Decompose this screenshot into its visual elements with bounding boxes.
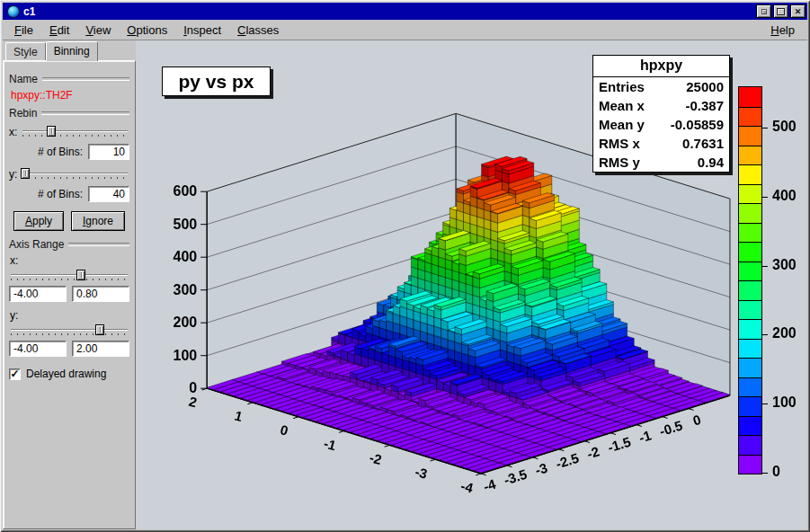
- slider-ticks: [22, 135, 128, 137]
- range-y-label: y:: [10, 309, 129, 322]
- palette-tick: [762, 403, 768, 404]
- palette-tick-label: 0: [772, 464, 780, 480]
- palette-band: [739, 396, 761, 416]
- rebin-y-slider-thumb[interactable]: [21, 168, 30, 179]
- histogram-name: hpxpy::TH2F: [11, 89, 129, 102]
- editor-panel: StyleBinning Name hpxpy::TH2F Rebin x: #…: [3, 40, 136, 529]
- y-min-entry[interactable]: -4.00: [9, 341, 67, 357]
- app-icon[interactable]: [7, 5, 20, 18]
- name-group-label: Name: [9, 73, 129, 85]
- menu-options[interactable]: Options: [119, 21, 175, 40]
- titlebar[interactable]: c1 ✕: [3, 3, 807, 20]
- palette-tick: [762, 128, 768, 129]
- stats-row: Mean y-0.05859: [593, 115, 729, 134]
- y-bins-label: # of Bins:: [38, 188, 83, 200]
- stats-rows: Entries25000Mean x-0.387Mean y-0.05859RM…: [593, 77, 729, 172]
- palette-tick-label: 200: [772, 325, 797, 341]
- palette-tick: [762, 473, 768, 474]
- palette-band: [739, 223, 761, 243]
- slider-ticks: [22, 177, 128, 179]
- stats-row: RMS y0.94: [593, 153, 729, 172]
- color-palette-axis[interactable]: 0100200300400500: [738, 86, 810, 474]
- range-x-label: x:: [10, 254, 129, 267]
- panel-tabs: StyleBinning: [3, 40, 136, 60]
- palette-bands: [738, 86, 762, 474]
- palette-band: [739, 242, 761, 262]
- palette-tick: [762, 266, 768, 267]
- palette-tick: [762, 197, 768, 198]
- menu-view[interactable]: View: [77, 21, 119, 40]
- window-title: c1: [23, 5, 35, 18]
- palette-band: [739, 377, 761, 397]
- palette-band: [739, 107, 761, 127]
- close-icon: ✕: [795, 7, 802, 16]
- menu-inspect[interactable]: Inspect: [175, 21, 229, 40]
- palette-band: [739, 300, 761, 320]
- plot-title-pave[interactable]: py vs px: [162, 66, 271, 96]
- rebin-y-label: y:: [9, 168, 17, 181]
- rebin-group-label: Rebin: [9, 107, 129, 120]
- menu-classes[interactable]: Classes: [229, 21, 287, 40]
- stats-row: Mean x-0.387: [593, 96, 729, 115]
- delayed-drawing-checkbox[interactable]: ✓: [9, 368, 21, 380]
- palette-band: [739, 319, 761, 339]
- range-y-slider[interactable]: [9, 324, 129, 337]
- x-bins-entry[interactable]: 10: [88, 144, 129, 160]
- rebin-y-slider[interactable]: [21, 167, 129, 181]
- close-button[interactable]: ✕: [790, 4, 806, 18]
- stats-row: RMS x0.7631: [593, 134, 729, 153]
- maximize-icon: [777, 8, 785, 15]
- range-x-slider-thumb[interactable]: [76, 270, 85, 280]
- menu-help[interactable]: Help: [761, 21, 804, 40]
- slider-ticks: [11, 279, 128, 280]
- rebin-x-label: x:: [9, 126, 17, 138]
- palette-tick-label: 400: [772, 188, 797, 204]
- iconify-icon: [761, 9, 767, 14]
- menu-items: FileEditViewOptionsInspectClasses: [6, 21, 287, 40]
- palette-band: [739, 262, 761, 281]
- palette-band: [739, 339, 761, 359]
- range-y-slider-thumb[interactable]: [95, 324, 104, 335]
- ignore-button[interactable]: Ignore: [71, 211, 125, 231]
- slider-track: [11, 329, 128, 331]
- stats-box[interactable]: hpxpy Entries25000Mean x-0.387Mean y-0.0…: [592, 55, 730, 173]
- slider-track: [22, 130, 128, 132]
- palette-band: [739, 455, 761, 474]
- maximize-button[interactable]: [773, 4, 788, 18]
- axis-range-group-label: Axis Range: [9, 238, 129, 251]
- palette-tick: [762, 334, 768, 335]
- menubar: FileEditViewOptionsInspectClasses Help: [3, 20, 807, 40]
- stats-row: Entries25000: [593, 77, 729, 96]
- binning-tab-body: Name hpxpy::TH2F Rebin x: # of Bins: 10 …: [3, 60, 136, 529]
- palette-band: [739, 416, 761, 436]
- x-min-entry[interactable]: -4.00: [9, 286, 67, 302]
- palette-band: [739, 126, 761, 146]
- menu-edit[interactable]: Edit: [41, 21, 77, 40]
- y-bins-entry[interactable]: 40: [88, 186, 129, 202]
- palette-tick-label: 100: [772, 395, 797, 411]
- palette-band: [739, 280, 761, 300]
- x-bins-label: # of Bins:: [38, 146, 83, 158]
- palette-band: [739, 184, 761, 204]
- slider-track: [22, 173, 128, 174]
- rebin-x-slider-thumb[interactable]: [47, 126, 56, 137]
- range-x-slider[interactable]: [9, 269, 129, 282]
- slider-ticks: [11, 333, 128, 335]
- x-max-entry[interactable]: 0.80: [72, 286, 129, 302]
- apply-button[interactable]: Apply: [13, 211, 64, 231]
- stats-title: hpxpy: [593, 56, 729, 77]
- palette-band: [739, 146, 761, 165]
- root-canvas-window: c1 ✕ FileEditViewOptionsInspectClasses H…: [0, 0, 810, 532]
- tab-style[interactable]: Style: [5, 42, 46, 60]
- palette-band: [739, 203, 761, 223]
- y-max-entry[interactable]: 2.00: [72, 341, 129, 357]
- slider-track: [11, 274, 128, 276]
- rebin-x-slider[interactable]: [21, 125, 129, 138]
- palette-tick-label: 300: [772, 257, 797, 273]
- palette-tick-label: 500: [772, 119, 797, 135]
- tab-binning[interactable]: Binning: [46, 41, 98, 61]
- palette-band: [739, 358, 761, 377]
- menu-file[interactable]: File: [6, 21, 41, 40]
- palette-band: [739, 87, 761, 107]
- iconify-button[interactable]: [756, 4, 771, 18]
